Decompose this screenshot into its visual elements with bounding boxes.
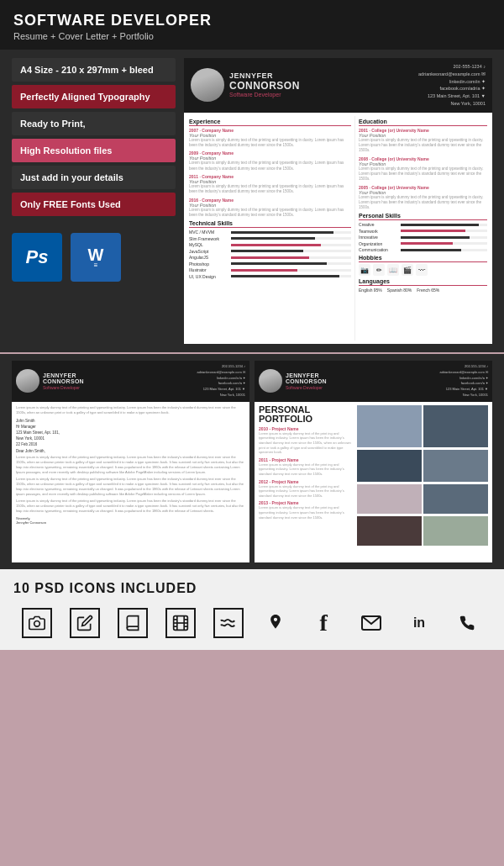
icons-title: 10 PSD ICONS INCLUDED xyxy=(13,581,491,596)
feature-details: Just add in your details xyxy=(12,166,176,189)
icon-video xyxy=(165,608,196,638)
edu-2: 2008 · College (or) University Name Your… xyxy=(359,156,487,182)
edit-icon xyxy=(70,608,100,638)
pf-img-row-4 xyxy=(357,516,488,546)
resume-photo xyxy=(191,68,224,102)
skill-js: JavaScript xyxy=(189,249,351,254)
portfolio-card: JENNYFERCONNORSON Software Developer 202… xyxy=(255,361,492,562)
pf-img-2 xyxy=(423,405,488,447)
book-icon xyxy=(118,608,148,638)
pf-img-row-3 xyxy=(357,484,488,514)
top-section: A4 Size - 210 x 297mm + bleed Perfectly … xyxy=(0,50,504,352)
exp-2: 2009 · Company Name Your Position Lorem … xyxy=(189,150,351,172)
pf-name: JENNYFERCONNORSON xyxy=(286,372,436,385)
icons-section: 10 PSD ICONS INCLUDED xyxy=(0,569,504,650)
features-panel: A4 Size - 210 x 297mm + bleed Perfectly … xyxy=(12,58,176,344)
pf-photo xyxy=(259,369,282,393)
cl-name: JENNYFERCONNORSON xyxy=(43,372,193,385)
hobby-movie: 🎬 xyxy=(402,264,413,276)
cl-to-city: New York, 10001 xyxy=(16,436,245,441)
hobby-draw: ✏ xyxy=(373,264,385,276)
pf-job-title: Software Developer xyxy=(286,385,436,390)
cl-intro: Lorem ipsum is simply dummy text of the … xyxy=(16,405,245,415)
pf-img-6 xyxy=(423,484,488,514)
cl-to-title: Hr Manager xyxy=(16,425,245,429)
svg-point-0 xyxy=(34,621,40,627)
feature-fonts: Only FREE Fonts Used xyxy=(12,193,176,216)
pskill-org: Organization xyxy=(359,241,487,246)
hobbies-grid: 📷 ✏ 📖 🎬 〰 xyxy=(359,264,487,276)
lang-french: French 65% xyxy=(417,288,439,293)
icon-book xyxy=(118,608,148,638)
cl-contact: 202-555-1234 ♪ adriankeonard@example.com… xyxy=(197,364,245,399)
pf-img-7 xyxy=(357,516,422,546)
tech-skills-title: Technical Skills xyxy=(189,220,351,228)
pf-img-5 xyxy=(357,484,422,514)
education-title: Education xyxy=(359,119,487,126)
edu-1: 2001 · College (or) University Name Your… xyxy=(359,128,487,154)
phone-icon xyxy=(452,608,482,638)
cl-name-block: JENNYFERCONNORSON Software Developer xyxy=(43,372,193,390)
resume-header: JENNYFER CONNORSON Software Developer 20… xyxy=(184,58,492,113)
hobby-photo: 📷 xyxy=(359,264,370,276)
icon-linkedin: in xyxy=(404,608,434,638)
skill-ux: UI, UX Design xyxy=(189,274,351,279)
resume-name-line2: CONNORSON xyxy=(229,81,413,92)
pf-img-8 xyxy=(423,516,488,546)
proj-3: 2012 - Project Name Lorem ipsum is simpl… xyxy=(259,479,354,499)
hobbies-title: Hobbies xyxy=(359,255,487,262)
resume-body: Experience 2007 · Company Name Your Posi… xyxy=(184,113,492,344)
cover-letter-card: JENNYFERCONNORSON Software Developer 202… xyxy=(12,361,249,562)
icon-email xyxy=(356,608,386,638)
icon-camera xyxy=(22,608,52,638)
proj-1: 2010 - Project Name Lorem ipsum is simpl… xyxy=(259,426,354,455)
cl-sign: Sincerely,Jennyfer Connorson xyxy=(16,516,245,525)
feature-hires: High Resolution files xyxy=(12,139,176,162)
pf-title: PERSONALPORTFOLIO xyxy=(259,405,354,424)
pskill-innovative: Innovative xyxy=(359,235,487,240)
lang-spanish: Spanish 80% xyxy=(387,288,412,293)
cl-header: JENNYFERCONNORSON Software Developer 202… xyxy=(12,361,249,402)
icon-pin xyxy=(260,608,291,638)
icon-edit xyxy=(70,608,100,638)
pskill-teamwork: Teamwork xyxy=(359,229,487,234)
cl-text-3: Lorem ipsum is simply dummy text of the … xyxy=(16,499,245,514)
software-icons: Ps W ≡ xyxy=(12,228,176,287)
pskill-comm: Communication xyxy=(359,247,487,252)
page-title: SOFTWARE DEVELOPER xyxy=(13,12,491,29)
icons-grid: f in xyxy=(13,608,491,638)
pf-img-1 xyxy=(357,405,422,447)
pf-img-3 xyxy=(357,450,422,482)
linkedin-icon: in xyxy=(404,608,434,638)
cl-job-title: Software Developer xyxy=(43,385,193,390)
personal-skills-title: Personal Skills xyxy=(359,213,487,220)
proj-4: 2013 - Project Name Lorem ipsum is simpl… xyxy=(259,500,354,520)
word-icon: W ≡ xyxy=(71,233,121,282)
cl-date: 22 Feb 2016 xyxy=(16,442,245,446)
pf-right xyxy=(357,405,488,546)
cl-to-addr: 123 Main Street, Apt. 101, xyxy=(16,430,245,435)
resume-right: Education 2001 · College (or) University… xyxy=(354,116,487,341)
resume-job-title: Software Developer xyxy=(229,92,413,98)
proj-2: 2011 - Project Name Lorem ipsum is simpl… xyxy=(259,457,354,477)
icon-phone xyxy=(452,608,482,638)
feature-typography: Perfectly Aligned Typography xyxy=(12,85,176,108)
cl-text-1: Lorem ipsum is simply dummy text of the … xyxy=(16,455,245,475)
facebook-icon: f xyxy=(308,608,339,638)
video-icon xyxy=(165,608,196,638)
header-subtitle: Resume + Cover Letter + Portfolio xyxy=(13,31,491,41)
camera-icon xyxy=(22,608,52,638)
hobby-swim: 〰 xyxy=(416,264,428,276)
feature-print: Ready to Print, xyxy=(12,112,176,135)
lang-english: English 95% xyxy=(359,288,382,293)
cl-salutation: Dear John Smith, xyxy=(16,449,245,453)
email-icon xyxy=(356,608,386,638)
pskill-creative: Creative xyxy=(359,222,487,227)
exp-4: 2016 · Company Name Your Position Lorem … xyxy=(189,198,351,219)
skill-photoshop: Photoshop xyxy=(189,261,351,267)
pf-body: PERSONALPORTFOLIO 2010 - Project Name Lo… xyxy=(255,402,492,549)
pf-left: PERSONALPORTFOLIO 2010 - Project Name Lo… xyxy=(259,405,354,546)
skill-mvc: MVC / MVVM xyxy=(189,230,351,235)
hobby-book: 📖 xyxy=(387,264,399,276)
resume-contact: 202-555-1234 ♪ adriankeonard@example.com… xyxy=(418,63,486,108)
